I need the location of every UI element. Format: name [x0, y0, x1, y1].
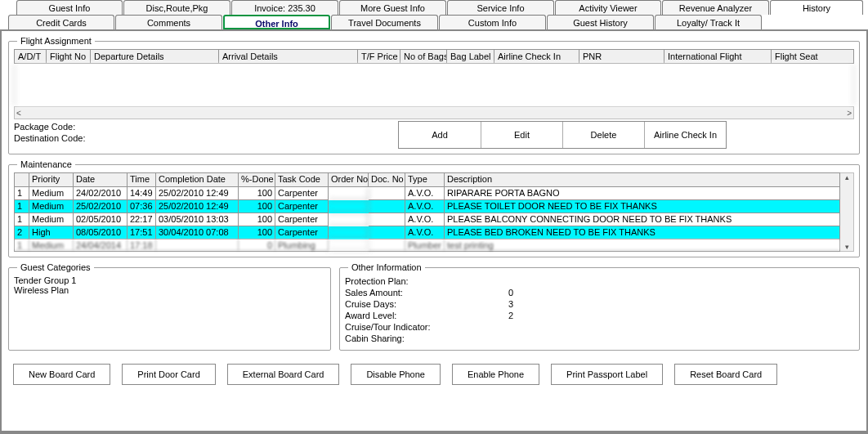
cell-idx: 1 [15, 200, 29, 213]
cell-ord [329, 187, 369, 200]
info-value [508, 333, 854, 344]
cell-date: 08/05/2010 [74, 226, 128, 239]
tab-service-info[interactable]: Service Info [447, 0, 554, 15]
scroll-up-icon[interactable]: ▴ [845, 173, 849, 181]
col-arrival[interactable]: Arrival Details [219, 50, 358, 63]
mcol-description[interactable]: Description [445, 173, 839, 187]
mcol-order-no[interactable]: Order No [329, 173, 369, 187]
tab-travel-documents[interactable]: Travel Documents [331, 15, 438, 29]
info-value: 3 [508, 298, 854, 310]
cell-type: Plumber [405, 239, 445, 251]
col-international[interactable]: International Flight [664, 50, 772, 63]
cell-date: 25/02/2010 [74, 200, 128, 213]
content-area: Flight Assignment A/D/T Flight No Depart… [0, 29, 868, 432]
other-info-table: Protection Plan:Sales Amount:0Cruise Day… [345, 275, 854, 344]
cell-type: A.V.O. [405, 200, 445, 213]
tab-guest-info[interactable]: Guest Info [16, 0, 123, 15]
col-no-bags[interactable]: No of Bags [400, 50, 447, 63]
cell-task: Carpenter [275, 187, 329, 200]
col-flight-seat[interactable]: Flight Seat [772, 50, 825, 63]
col-flight-no[interactable]: Flight No [47, 50, 91, 63]
col-bag-label[interactable]: Bag Label [447, 50, 494, 63]
tab-guest-history[interactable]: Guest History [547, 15, 654, 29]
cell-time: 17:51 [128, 226, 156, 239]
tab-disc-route-pkg[interactable]: Disc,Route,Pkg [123, 0, 230, 15]
tab-more-guest-info[interactable]: More Guest Info [339, 0, 446, 15]
table-row[interactable]: 1Medium02/05/201022:1703/05/2010 13:0310… [15, 213, 839, 226]
mcol-type[interactable]: Type [405, 173, 445, 187]
table-row[interactable]: 1Medium25/02/201007:3625/02/2010 12:4910… [15, 200, 839, 213]
flight-codes: Package Code: Destination Code: [14, 121, 398, 149]
cell-ord [329, 226, 369, 239]
cell-idx: 1 [15, 187, 29, 200]
disable-phone-button[interactable]: Disable Phone [351, 364, 441, 385]
scroll-right-icon[interactable]: > [847, 109, 852, 118]
print-passport-label-button[interactable]: Print Passport Label [551, 364, 663, 385]
print-door-card-button[interactable]: Print Door Card [122, 364, 215, 385]
maintenance-scrollbar[interactable]: ▴ ▾ [840, 172, 854, 252]
cell-ord [329, 239, 369, 251]
tab-custom-info[interactable]: Custom Info [439, 15, 546, 29]
cell-time: 07:36 [128, 200, 156, 213]
other-information-group: Other Information Protection Plan:Sales … [339, 262, 860, 351]
external-board-card-button[interactable]: External Board Card [227, 364, 340, 385]
cell-time: 14:49 [128, 187, 156, 200]
info-value: 2 [508, 310, 854, 321]
mcol-pct-done[interactable]: %-Done [239, 173, 275, 187]
mcol-completion[interactable]: Completion Date [156, 173, 239, 187]
mcol-priority[interactable]: Priority [29, 173, 74, 187]
cell-ord [329, 213, 369, 226]
tab-history[interactable]: History [770, 0, 863, 15]
add-button[interactable]: Add [399, 122, 481, 148]
col-departure[interactable]: Departure Details [91, 50, 219, 63]
cell-desc: test printing [445, 239, 839, 251]
table-row[interactable]: 1Medium24/02/201014:4925/02/2010 12:4910… [15, 187, 839, 200]
scroll-down-icon[interactable]: ▾ [845, 243, 849, 251]
reset-board-card-button[interactable]: Reset Board Card [674, 364, 777, 385]
col-airline-checkin[interactable]: Airline Check In [494, 50, 579, 63]
flight-grid-body[interactable] [14, 64, 854, 106]
cell-time: 17:18 [128, 239, 156, 251]
table-row[interactable]: 1Medium24/04/201417:180PlumbingPlumberte… [15, 239, 839, 251]
table-row[interactable]: 2High08/05/201017:5130/04/2010 07:08100C… [15, 226, 839, 239]
info-value [508, 321, 854, 333]
guest-categories-legend: Guest Categories [17, 262, 94, 272]
col-adt[interactable]: A/D/T [15, 50, 47, 63]
cell-pri: Medium [29, 187, 74, 200]
tab-credit-cards[interactable]: Credit Cards [8, 15, 114, 29]
guest-categories-group: Guest Categories Tender Group 1 Wireless… [8, 262, 331, 351]
maintenance-grid[interactable]: Priority Date Time Completion Date %-Don… [14, 172, 840, 252]
cell-idx: 1 [15, 213, 29, 226]
tab-activity-viewer[interactable]: Activity Viewer [555, 0, 661, 15]
bottom-button-bar: New Board Card Print Door Card External … [8, 364, 860, 385]
scroll-left-icon[interactable]: < [16, 109, 21, 118]
cell-desc: PLEASE TOILET DOOR NEED TO BE FIX THANKS [445, 200, 839, 213]
cell-date: 24/02/2010 [74, 187, 128, 200]
col-tf-price[interactable]: T/F Price [358, 50, 400, 63]
flight-scrollbar[interactable]: < > [14, 106, 854, 119]
tab-loyalty-trackit[interactable]: Loyalty/ Track It [655, 15, 762, 29]
delete-button[interactable]: Delete [562, 122, 644, 148]
cell-desc: PLEASE BALCONY CONNECTING DOOR NEED TO B… [445, 213, 839, 226]
cell-comp: 30/04/2010 07:08 [156, 226, 239, 239]
mcol-date[interactable]: Date [74, 173, 128, 187]
edit-button[interactable]: Edit [481, 122, 562, 148]
maintenance-header: Priority Date Time Completion Date %-Don… [15, 173, 839, 187]
new-board-card-button[interactable]: New Board Card [13, 364, 110, 385]
tab-comments[interactable]: Comments [115, 15, 222, 29]
tab-revenue-analyzer[interactable]: Revenue Analyzer [662, 0, 769, 15]
mcol-index[interactable] [15, 173, 29, 187]
mcol-task-code[interactable]: Task Code [275, 173, 329, 187]
mcol-doc-no[interactable]: Doc. No [369, 173, 405, 187]
maintenance-group: Maintenance Priority Date Time Completio… [8, 159, 860, 257]
airline-checkin-button[interactable]: Airline Check In [644, 122, 726, 148]
tab-invoice[interactable]: Invoice: 235.30 [231, 0, 338, 15]
cell-done: 100 [239, 187, 275, 200]
cell-pri: High [29, 226, 74, 239]
enable-phone-button[interactable]: Enable Phone [452, 364, 539, 385]
tab-other-info[interactable]: Other Info [223, 15, 330, 29]
maintenance-legend: Maintenance [17, 159, 75, 169]
col-pnr[interactable]: PNR [579, 50, 664, 63]
mcol-time[interactable]: Time [128, 173, 156, 187]
cell-desc: RIPARARE PORTA BAGNO [445, 187, 839, 200]
